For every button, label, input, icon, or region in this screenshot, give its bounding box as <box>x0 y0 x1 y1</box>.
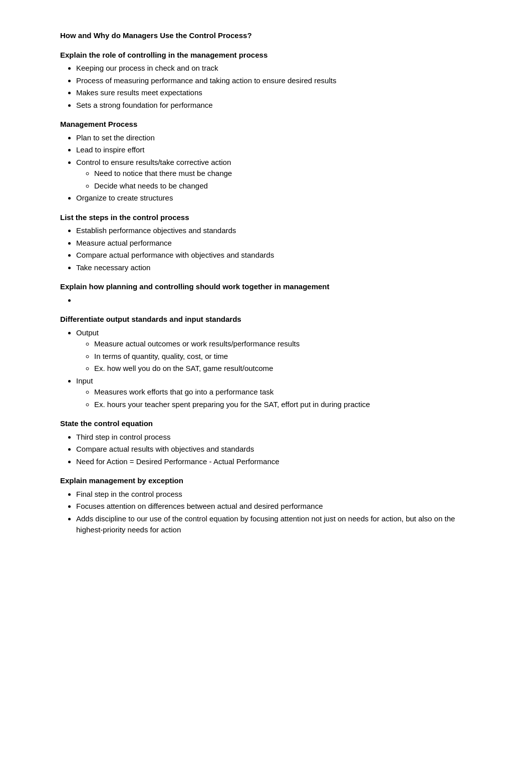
page-container: How and Why do Managers Use the Control … <box>60 30 472 536</box>
section1-heading: Explain the role of controlling in the m… <box>60 50 472 61</box>
list-item: Measure actual performance <box>76 238 472 249</box>
list-item: Measures work efforts that go into a per… <box>94 386 472 398</box>
section5-heading: Differentiate output standards and input… <box>60 314 472 325</box>
section5: Differentiate output standards and input… <box>60 314 472 410</box>
list-item: Need to notice that there must be change <box>94 168 472 179</box>
section1: Explain the role of controlling in the m… <box>60 50 472 111</box>
list-item: Control to ensure results/take correctiv… <box>76 157 472 192</box>
section6: State the control equation Third step in… <box>60 418 472 467</box>
list-item: Ex. hours your teacher spent preparing y… <box>94 399 472 411</box>
section5-list: Output Measure actual outcomes or work r… <box>76 327 472 411</box>
list-item: In terms of quantity, quality, cost, or … <box>94 351 472 362</box>
section4-heading: Explain how planning and controlling sho… <box>60 281 472 293</box>
list-item: Third step in control process <box>76 432 472 443</box>
list-item: Compare actual results with objectives a… <box>76 444 472 455</box>
list-item: Makes sure results meet expectations <box>76 87 472 99</box>
section2-sublist: Need to notice that there must be change… <box>94 168 472 191</box>
list-item-output: Output Measure actual outcomes or work r… <box>76 327 472 374</box>
list-item: Plan to set the direction <box>76 132 472 144</box>
list-item: Final step in the control process <box>76 489 472 500</box>
list-item-empty <box>76 295 472 306</box>
section3: List the steps in the control process Es… <box>60 212 472 274</box>
section7: Explain management by exception Final st… <box>60 475 472 536</box>
section6-list: Third step in control process Compare ac… <box>76 432 472 468</box>
section2-list: Plan to set the direction Lead to inspir… <box>76 132 472 204</box>
list-item: Decide what needs to be changed <box>94 180 472 192</box>
list-item: Ex. how well you do on the SAT, game res… <box>94 363 472 374</box>
list-item: Lead to inspire effort <box>76 144 472 156</box>
list-item: Establish performance objectives and sta… <box>76 225 472 237</box>
list-item: Compare actual performance with objectiv… <box>76 250 472 261</box>
section5-output-sublist: Measure actual outcomes or work results/… <box>94 338 472 374</box>
list-item: Process of measuring performance and tak… <box>76 75 472 87</box>
list-item: Need for Action = Desired Performance - … <box>76 456 472 468</box>
list-item: Sets a strong foundation for performance <box>76 100 472 111</box>
section5-input-sublist: Measures work efforts that go into a per… <box>94 386 472 410</box>
list-item: Organize to create structures <box>76 192 472 204</box>
list-item: Measure actual outcomes or work results/… <box>94 338 472 350</box>
section4: Explain how planning and controlling sho… <box>60 281 472 306</box>
list-item: Adds discipline to our use of the contro… <box>76 513 472 536</box>
section7-list: Final step in the control process Focuse… <box>76 489 472 536</box>
list-item: Keeping our process in check and on trac… <box>76 63 472 74</box>
section7-heading: Explain management by exception <box>60 475 472 487</box>
section4-list <box>76 295 472 306</box>
section2: Management Process Plan to set the direc… <box>60 119 472 204</box>
list-item: Focuses attention on differences between… <box>76 501 472 512</box>
main-title: How and Why do Managers Use the Control … <box>60 30 472 42</box>
section3-list: Establish performance objectives and sta… <box>76 225 472 273</box>
list-item-input: Input Measures work efforts that go into… <box>76 375 472 411</box>
list-item: Take necessary action <box>76 262 472 274</box>
section1-list: Keeping our process in check and on trac… <box>76 63 472 111</box>
section6-heading: State the control equation <box>60 418 472 430</box>
section2-heading: Management Process <box>60 119 472 130</box>
section3-heading: List the steps in the control process <box>60 212 472 224</box>
